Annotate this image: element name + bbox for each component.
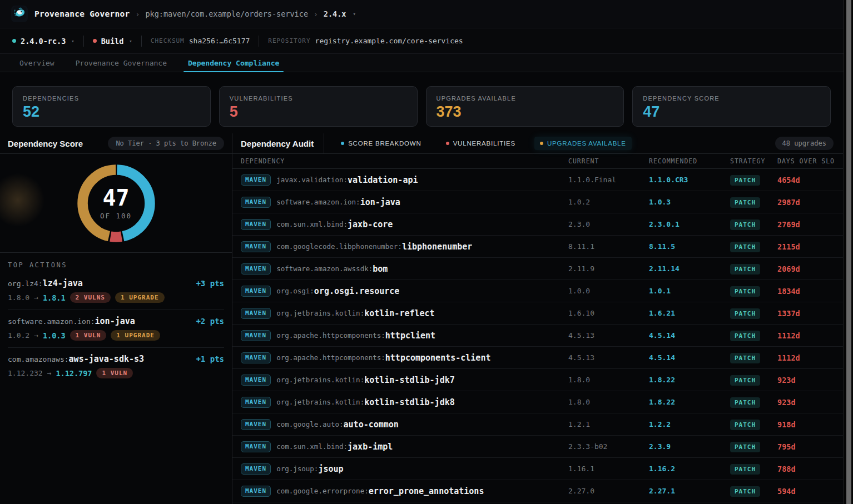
table-row-kotlin-reflect[interactable]: MAVEN org.jetbrains.kotlin:kotlin-reflec… — [232, 302, 843, 325]
repository-value: registry.example.com/core-services — [315, 37, 463, 45]
top-action-item-aws-java-sdk-s3[interactable]: com.amazonaws:aws-java-sdk-s3 +1 pts 1.1… — [8, 348, 224, 385]
current-version-cell: 1.2.1 — [568, 420, 649, 428]
vertical-scrollbar[interactable] — [844, 0, 853, 504]
dependency-group: javax.validation: — [276, 176, 348, 184]
column-header-days-over-slo: DAYS OVER SLO — [777, 157, 843, 165]
current-version: 1.0.2 — [8, 331, 29, 340]
dependency-artifact: org.osgi.resource — [314, 286, 400, 296]
strategy-cell: PATCH — [730, 196, 777, 208]
checksum-group: CHECKSUM sha256:…6c5177 — [151, 37, 250, 45]
strategy-cell: PATCH — [730, 485, 777, 497]
dependency-cell: MAVEN com.googlecode.libphonenumber:libp… — [241, 241, 568, 252]
table-row-ion-java[interactable]: MAVEN software.amazon.ion:ion-java 1.0.2… — [232, 191, 843, 213]
days-over-slo-cell: 2769d — [777, 220, 843, 229]
app-logo[interactable] — [11, 6, 28, 22]
filter-chip-upgrades-available[interactable]: UPGRADES AVAILABLE — [534, 137, 632, 150]
ecosystem-badge: MAVEN — [241, 486, 271, 497]
breadcrumb-package[interactable]: pkg:maven/com.example/orders-service — [145, 9, 308, 18]
dependency-group: com.google.auto: — [276, 420, 343, 428]
recommended-version-cell: 1.8.22 — [649, 376, 730, 384]
stat-card-label: DEPENDENCIES — [23, 95, 200, 102]
checksum-value: sha256:…6c5177 — [189, 37, 250, 45]
audit-table-body: MAVEN javax.validation:validation-api 1.… — [232, 169, 843, 502]
tab-label: Dependency Compliance — [188, 59, 279, 67]
recommended-version-cell: 4.5.14 — [649, 353, 730, 362]
strategy-badge: PATCH — [730, 353, 760, 363]
recommended-version-cell: 2.3.0.1 — [649, 220, 730, 228]
table-row-error-prone-annotations[interactable]: MAVEN com.google.errorprone:error_prone_… — [232, 480, 843, 502]
top-action-item-ion-java[interactable]: software.amazon.ion:ion-java +2 pts 1.0.… — [8, 310, 224, 348]
dependency-cell: MAVEN org.apache.httpcomponents:httpclie… — [241, 330, 568, 341]
tier-badge: No Tier · 3 pts to Bronze — [108, 137, 224, 150]
current-version-cell: 1.0.2 — [568, 198, 649, 206]
current-version-cell: 4.5.13 — [568, 331, 649, 340]
score-donut-block: 47 OF 100 — [0, 154, 232, 253]
upgrades-count-badge: 48 upgrades — [775, 137, 834, 150]
divider — [324, 133, 324, 153]
table-row-org-osgi-resource[interactable]: MAVEN org.osgi:org.osgi.resource 1.0.0 1… — [232, 280, 843, 302]
table-row-jaxb-impl[interactable]: MAVEN com.sun.xml.bind:jaxb-impl 2.3.3-b… — [232, 436, 843, 458]
tab-overview[interactable]: Overview — [15, 54, 59, 72]
dependency-cell: MAVEN org.osgi:org.osgi.resource — [241, 286, 568, 297]
dependency-cell: MAVEN org.apache.httpcomponents:httpcomp… — [241, 352, 568, 363]
top-action-points: +3 pts — [196, 279, 224, 288]
chevron-down-icon[interactable]: ▾ — [353, 11, 355, 17]
recommended-version-cell: 2.27.1 — [649, 487, 730, 495]
table-row-jsoup[interactable]: MAVEN org.jsoup:jsoup 1.16.1 1.16.2 PATC… — [232, 458, 843, 480]
column-header-dependency: DEPENDENCY — [241, 157, 568, 165]
filter-chip-score-breakdown[interactable]: SCORE BREAKDOWN — [335, 137, 427, 150]
dependency-artifact: kotlin-reflect — [364, 308, 434, 318]
table-row-libphonenumber[interactable]: MAVEN com.googlecode.libphonenumber:libp… — [232, 236, 843, 258]
scrollbar-thumb[interactable] — [846, 0, 851, 504]
top-action-group: software.amazon.ion: — [8, 317, 95, 326]
top-action-item-lz4-java[interactable]: org.lz4:lz4-java +3 pts 1.8.0 → 1.8.1 2 … — [8, 272, 224, 310]
dependency-group: org.apache.httpcomponents: — [276, 331, 385, 340]
breadcrumb: Provenance Governor › pkg:maven/com.exam… — [34, 9, 356, 18]
strategy-cell: PATCH — [730, 263, 777, 275]
days-over-slo-cell: 594d — [777, 487, 843, 496]
version-selector[interactable]: 2.4.0-rc.3 ▾ — [12, 37, 75, 46]
stat-card-label: UPGRADES AVAILABLE — [437, 95, 614, 102]
filter-chip-vulnerabilities[interactable]: VULNERABILITIES — [440, 137, 521, 150]
checksum-label: CHECKSUM — [151, 37, 185, 44]
stat-card-dependency-score: DEPENDENCY SCORE 47 — [632, 86, 831, 127]
audit-filters: SCORE BREAKDOWN VULNERABILITIES UPGRADES… — [335, 137, 632, 150]
stage-selector[interactable]: Build ▾ — [93, 37, 132, 46]
column-header-strategy: STRATEGY — [730, 157, 777, 165]
table-row-jaxb-core[interactable]: MAVEN com.sun.xml.bind:jaxb-core 2.3.0 2… — [232, 213, 843, 236]
top-action-group: org.lz4: — [8, 280, 43, 288]
dependency-cell: MAVEN software.amazon.ion:ion-java — [241, 197, 568, 208]
upgrade-count-pill: 1 UPGRADE — [115, 292, 165, 303]
divider — [259, 36, 259, 47]
current-version: 1.8.0 — [8, 293, 29, 302]
strategy-cell: PATCH — [730, 463, 777, 475]
shark-icon — [13, 6, 26, 22]
table-row-bom[interactable]: MAVEN software.amazon.awssdk:bom 2.11.9 … — [232, 258, 843, 280]
breadcrumb-version-dropdown[interactable]: 2.4.x — [324, 9, 346, 18]
stat-cards-row: DEPENDENCIES 52 VULNERABILITIES 5 UPGRAD… — [12, 86, 831, 127]
strategy-cell: PATCH — [730, 441, 777, 452]
tab-label: Overview — [19, 59, 54, 67]
top-action-badges: 1 VULN — [96, 368, 133, 378]
table-row-httpclient[interactable]: MAVEN org.apache.httpcomponents:httpclie… — [232, 325, 843, 347]
table-row-validation-api[interactable]: MAVEN javax.validation:validation-api 1.… — [232, 169, 843, 191]
table-row-kotlin-stdlib-jdk8[interactable]: MAVEN org.jetbrains.kotlin:kotlin-stdlib… — [232, 391, 843, 413]
dependency-cell: MAVEN org.jetbrains.kotlin:kotlin-stdlib… — [241, 375, 568, 386]
main-panels: Dependency Score No Tier · 3 pts to Bron… — [0, 133, 853, 504]
tab-dependency-compliance[interactable]: Dependency Compliance — [184, 54, 284, 72]
current-version-cell: 2.3.0 — [568, 220, 649, 228]
dependency-cell: MAVEN org.jetbrains.kotlin:kotlin-stdlib… — [241, 397, 568, 408]
top-action-detail-row: 1.8.0 → 1.8.1 2 VULNS1 UPGRADE — [8, 292, 224, 303]
table-row-kotlin-stdlib-jdk7[interactable]: MAVEN org.jetbrains.kotlin:kotlin-stdlib… — [232, 369, 843, 391]
filter-label: SCORE BREAKDOWN — [348, 140, 421, 147]
tab-provenance-governance[interactable]: Provenance Governance — [71, 54, 171, 72]
table-row-auto-common[interactable]: MAVEN com.google.auto:auto-common 1.2.1 … — [232, 413, 843, 436]
stat-card-value: 52 — [23, 103, 200, 121]
table-row-httpcomponents-client[interactable]: MAVEN org.apache.httpcomponents:httpcomp… — [232, 347, 843, 369]
arrow-right-icon: → — [47, 369, 52, 377]
recommended-version: 1.0.3 — [43, 331, 66, 340]
dependency-group: com.google.errorprone: — [276, 487, 369, 495]
dependency-artifact: httpcomponents-client — [385, 353, 491, 363]
filter-dot-icon — [341, 142, 344, 145]
current-version-cell: 2.3.3-b02 — [568, 442, 649, 451]
